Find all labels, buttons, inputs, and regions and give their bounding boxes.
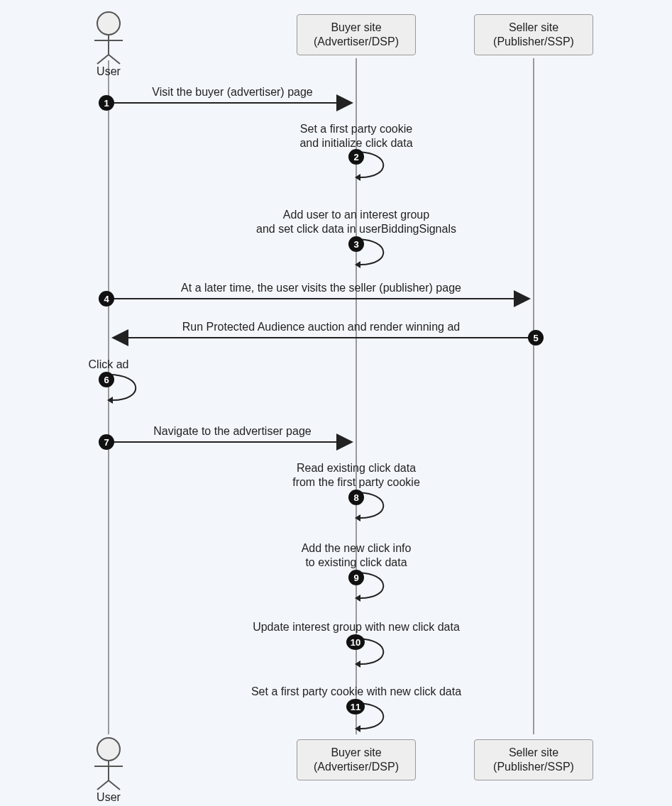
actor-user-bottom-label: User	[80, 791, 137, 804]
step11-badge: 11	[346, 699, 365, 714]
actor-user-top-label: User	[80, 65, 137, 78]
sequence-diagram: Buyer site (Advertiser/DSP) Seller site …	[0, 0, 672, 806]
step1-badge: 1	[99, 95, 114, 111]
step3-label: Add user to an interest group and set cl…	[213, 208, 500, 236]
step2-badge: 2	[348, 149, 364, 165]
step6-badge: 6	[99, 372, 114, 387]
step9-label: Add the new click info to existing click…	[255, 541, 457, 570]
step2-label: Set a first party cookie and initialize …	[237, 122, 475, 150]
step7-badge: 7	[99, 434, 114, 450]
step10-label: Update interest group with new click dat…	[213, 620, 500, 634]
participant-buyer-bottom-line1: Buyer site	[302, 746, 411, 760]
participant-seller-bottom-line1: Seller site	[479, 746, 588, 760]
step1-label: Visit the buyer (advertiser) page	[114, 85, 351, 99]
svg-line-7	[109, 55, 120, 64]
step10-badge: 10	[346, 634, 365, 650]
step5-badge: 5	[528, 330, 544, 346]
step3-badge: 3	[348, 236, 364, 252]
step8-label: Read existing click data from the first …	[248, 461, 464, 490]
svg-line-12	[109, 780, 120, 790]
participant-buyer-line1: Buyer site	[302, 21, 411, 35]
step4-badge: 4	[99, 291, 114, 307]
participant-seller-line1: Seller site	[479, 21, 588, 35]
step9-badge: 9	[348, 570, 364, 585]
participant-buyer-line2: (Advertiser/DSP)	[302, 35, 411, 49]
participant-buyer-bottom-line2: (Advertiser/DSP)	[302, 760, 411, 774]
svg-point-8	[97, 738, 120, 761]
svg-line-6	[97, 55, 109, 64]
step5-label: Run Protected Audience auction and rende…	[110, 320, 532, 334]
participant-seller-bottom-line2: (Publisher/SSP)	[479, 760, 588, 774]
step7-label: Navigate to the advertiser page	[114, 424, 351, 438]
participant-buyer-bottom: Buyer site (Advertiser/DSP)	[297, 739, 416, 780]
svg-point-3	[97, 12, 120, 35]
step11-label: Set a first party cookie with new click …	[213, 685, 500, 699]
step4-label: At a later time, the user visits the sel…	[110, 281, 532, 295]
participant-seller-line2: (Publisher/SSP)	[479, 35, 588, 49]
participant-buyer-top: Buyer site (Advertiser/DSP)	[297, 14, 416, 55]
step8-badge: 8	[348, 490, 364, 505]
svg-line-11	[97, 780, 109, 790]
participant-seller-top: Seller site (Publisher/SSP)	[474, 14, 593, 55]
step6-label: Click ad	[77, 358, 141, 372]
participant-seller-bottom: Seller site (Publisher/SSP)	[474, 739, 593, 780]
